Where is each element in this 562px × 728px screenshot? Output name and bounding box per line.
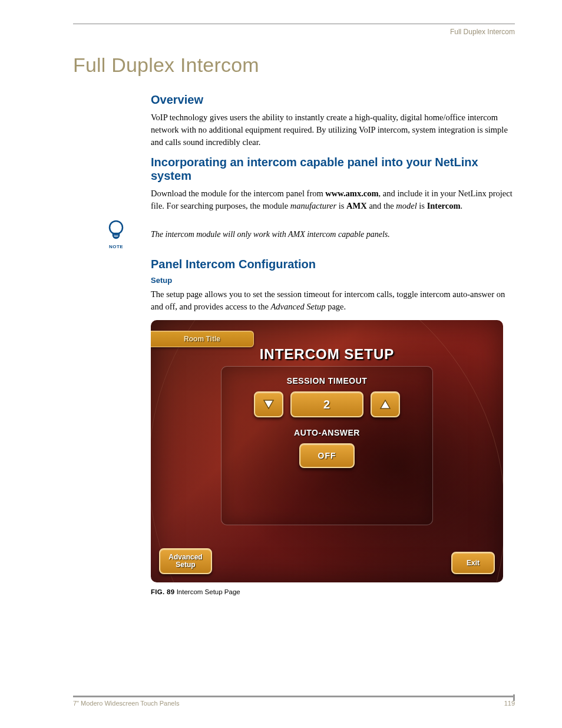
advanced-setup-label: Advanced Setup bbox=[163, 554, 209, 569]
settings-frame: SESSION TIMEOUT 2 AUTO-ANSWER bbox=[221, 366, 433, 525]
incorporating-text: Download the module for the intercom pan… bbox=[151, 187, 515, 212]
timeout-value-display: 2 bbox=[290, 391, 363, 417]
intercom-setup-figure: Room Title INTERCOM SETUP SESSION TIMEOU… bbox=[151, 320, 503, 582]
subheading-setup: Setup bbox=[151, 276, 515, 285]
heading-overview: Overview bbox=[151, 93, 515, 107]
timeout-increase-button[interactable] bbox=[371, 391, 400, 417]
auto-answer-label: AUTO-ANSWER bbox=[222, 428, 432, 437]
auto-answer-toggle[interactable]: OFF bbox=[299, 443, 355, 468]
session-timeout-label: SESSION TIMEOUT bbox=[222, 376, 432, 386]
svg-point-0 bbox=[110, 221, 123, 234]
note-text: The intercom module will only work with … bbox=[151, 230, 390, 239]
triangle-up-icon bbox=[379, 399, 391, 410]
room-title-button[interactable]: Room Title bbox=[151, 331, 254, 347]
triangle-down-icon bbox=[263, 399, 275, 410]
advanced-setup-button[interactable]: Advanced Setup bbox=[159, 548, 212, 574]
setup-text: The setup page allows you to set the ses… bbox=[151, 288, 515, 313]
page-footer: 7" Modero Widescreen Touch Panels 119 bbox=[73, 696, 515, 707]
overview-text: VoIP technology gives users the ability … bbox=[151, 111, 515, 149]
footer-title: 7" Modero Widescreen Touch Panels bbox=[73, 700, 179, 707]
exit-label: Exit bbox=[467, 559, 480, 567]
heading-incorporating: Incorporating an intercom capable panel … bbox=[151, 156, 515, 183]
note-icon: NOTE bbox=[101, 219, 131, 249]
timeout-decrease-button[interactable] bbox=[254, 391, 283, 417]
note-label: NOTE bbox=[101, 244, 131, 249]
running-head: Full Duplex Intercom bbox=[73, 28, 515, 36]
figure-caption: FIG. 89 Intercom Setup Page bbox=[151, 588, 515, 595]
exit-button[interactable]: Exit bbox=[451, 552, 495, 574]
panel-heading: INTERCOM SETUP bbox=[151, 346, 503, 363]
page-title: Full Duplex Intercom bbox=[73, 54, 515, 77]
heading-panel-config: Panel Intercom Configuration bbox=[151, 258, 515, 271]
